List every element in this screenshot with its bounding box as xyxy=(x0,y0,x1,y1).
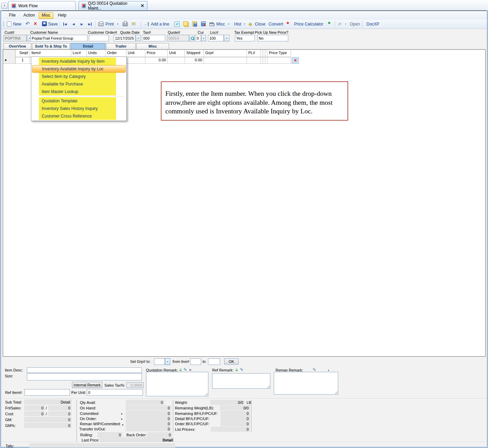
tax-exempt-field[interactable] xyxy=(235,35,255,41)
misc-toolbar-button[interactable]: Misc xyxy=(216,22,225,27)
set-grp-dropdown-button[interactable]: ▾ xyxy=(165,358,170,365)
cell-unit[interactable] xyxy=(126,57,145,64)
delete-icon[interactable]: × xyxy=(34,21,37,27)
ref-item-field[interactable] xyxy=(24,389,70,396)
grid-header-pl[interactable]: PL# xyxy=(247,50,261,57)
quote-date-dropdown-button[interactable]: ▾ xyxy=(136,35,141,41)
menu-item-customer-cross-reference[interactable]: Customer Cross Reference xyxy=(31,112,126,120)
nav-last-button[interactable]: ▶ xyxy=(88,22,92,26)
customer-name-field[interactable] xyxy=(30,35,87,41)
tab-overview[interactable]: OverView xyxy=(3,43,31,49)
menu-item-available-for-purchase[interactable]: Available for Purchase xyxy=(31,80,126,88)
hist-dropdown-icon[interactable]: ▾ xyxy=(244,23,245,26)
grid-header-shipped[interactable]: Shipped xyxy=(185,50,204,57)
ok-button[interactable]: OK xyxy=(224,358,239,365)
grid-header-seq[interactable]: Seq# xyxy=(15,50,30,57)
expand-committed-icon[interactable]: ▸ xyxy=(121,412,123,415)
grid-header-unit2[interactable]: Unit xyxy=(168,50,185,57)
grid-header-price-type[interactable]: Price Type xyxy=(268,50,291,57)
edit-reman-remark-icon[interactable]: ✎ xyxy=(313,367,316,372)
expand-remark-icon[interactable]: » xyxy=(189,367,191,372)
delete-row-button[interactable]: × xyxy=(292,57,299,64)
worksheet-calculator-icon[interactable] xyxy=(192,21,197,26)
tab-list-dropdown-button[interactable]: ▾ xyxy=(1,3,8,9)
cell-shipped[interactable]: 0.00 xyxy=(185,57,204,64)
undo-icon[interactable]: ↶ xyxy=(25,21,30,27)
nav-previous-button[interactable]: ◀ xyxy=(72,22,75,26)
quotation-remark-textarea[interactable] xyxy=(146,372,208,396)
ref-remark-textarea[interactable] xyxy=(212,373,270,389)
menu-item-item-master-lookup[interactable]: Item Master Lookup xyxy=(31,88,126,95)
sub-total-value[interactable]: Detail xyxy=(24,399,72,405)
cur-field[interactable] xyxy=(195,35,201,41)
tab-trailer[interactable]: Trailer xyxy=(106,43,136,49)
from-line-field[interactable] xyxy=(190,358,201,365)
internal-remark-button[interactable]: Internal Remark xyxy=(72,382,102,388)
quote-number-field[interactable] xyxy=(167,35,189,41)
insert-down-icon[interactable]: ⇊ xyxy=(235,368,238,372)
print-button[interactable]: Print xyxy=(105,22,114,27)
expand-reman-wip-icon[interactable]: ▸ xyxy=(122,423,124,426)
open-button[interactable]: Open xyxy=(350,22,360,27)
tab-detail[interactable]: Detail xyxy=(71,43,105,49)
edit-ref-remark-icon[interactable]: ✎ xyxy=(240,367,243,372)
item-desc-field[interactable] xyxy=(27,367,142,373)
reman-remark-textarea[interactable] xyxy=(274,372,338,395)
tax-field[interactable] xyxy=(142,35,165,41)
cell-price-type[interactable] xyxy=(268,57,291,64)
menu-item-select-item-by-category[interactable]: Select Item by Category xyxy=(31,73,126,80)
menu-item-inventory-available-by-item[interactable]: Inventory Available Inquiry by Item xyxy=(31,58,126,65)
cell-unit2[interactable] xyxy=(168,57,185,64)
cell-seq[interactable]: 1 xyxy=(15,57,30,64)
close-button[interactable]: Close xyxy=(255,22,266,27)
cur-dropdown-button[interactable]: ▾ xyxy=(201,35,206,41)
menu-action[interactable]: Action xyxy=(21,12,38,18)
loc-dropdown-button[interactable]: ▾ xyxy=(224,35,229,41)
quote-search-icon[interactable] xyxy=(189,35,195,41)
menu-item-inventory-sales-history[interactable]: Inventory Sales History Inquiry xyxy=(31,105,126,112)
fax-icon[interactable] xyxy=(123,22,128,26)
misc-dropdown-icon[interactable]: ▾ xyxy=(228,23,229,26)
cell-price[interactable]: 0.00 xyxy=(145,57,168,64)
menu-misc[interactable]: Misc xyxy=(39,12,53,19)
grid-header-item[interactable]: Item# xyxy=(30,50,71,57)
loc-field[interactable] xyxy=(208,35,224,41)
per-unit-field[interactable] xyxy=(87,389,143,396)
tab-misc[interactable]: Misc xyxy=(136,43,169,49)
grid-header-price[interactable]: Price xyxy=(145,50,168,57)
to-line-field[interactable] xyxy=(208,358,220,365)
docxp-button[interactable]: DocXP xyxy=(366,22,379,27)
convert-button[interactable]: Convert xyxy=(269,22,283,27)
mail-icon[interactable]: ✉ xyxy=(132,21,136,27)
menu-item-quotation-template[interactable]: Quotation Template xyxy=(31,97,126,105)
cell-pl[interactable] xyxy=(247,57,261,64)
price-calculator-button[interactable]: Price Calculator xyxy=(294,22,323,27)
new-button[interactable]: New xyxy=(13,22,21,27)
menu-file[interactable]: File xyxy=(6,12,18,18)
quote-date-field[interactable] xyxy=(114,35,136,41)
menu-item-inventory-available-by-loc[interactable]: Inventory Available Inquiry by Loc xyxy=(31,65,126,73)
grid-header-grp[interactable]: Grp# xyxy=(204,50,247,57)
grid-header-units[interactable]: Units xyxy=(87,50,106,57)
menu-help[interactable]: Help xyxy=(55,12,69,18)
expand-on-order-icon[interactable]: ▸ xyxy=(121,417,123,420)
edit-quotation-remark-icon[interactable]: ✎ xyxy=(184,367,187,372)
pickup-new-price-field[interactable] xyxy=(257,35,288,41)
insert-down-icon[interactable]: ⇊ xyxy=(179,368,181,372)
set-grp-field[interactable] xyxy=(154,358,165,365)
customer-order-field[interactable] xyxy=(89,35,109,41)
cell-grp[interactable] xyxy=(204,57,247,64)
save-button[interactable]: Save xyxy=(48,22,58,27)
tab-work-flow[interactable]: Work Flow xyxy=(8,1,76,10)
nav-next-button[interactable]: ▶ xyxy=(81,22,83,26)
cust-field[interactable] xyxy=(3,35,27,41)
hist-button[interactable]: Hist xyxy=(234,22,241,27)
grid-header-order[interactable]: Order xyxy=(106,50,126,57)
copy-lines-icon[interactable] xyxy=(183,21,188,26)
open-dropdown-icon[interactable]: ▾ xyxy=(345,23,346,26)
nav-first-button[interactable]: ◀ xyxy=(63,22,67,26)
close-tab-icon[interactable]: ✕ xyxy=(141,3,144,8)
reman-remark-dropdown-icon[interactable]: ▾ xyxy=(328,369,329,372)
recalculate-icon[interactable] xyxy=(201,21,206,26)
tab-sold-to-ship-to[interactable]: Sold To & Ship To xyxy=(32,43,70,49)
